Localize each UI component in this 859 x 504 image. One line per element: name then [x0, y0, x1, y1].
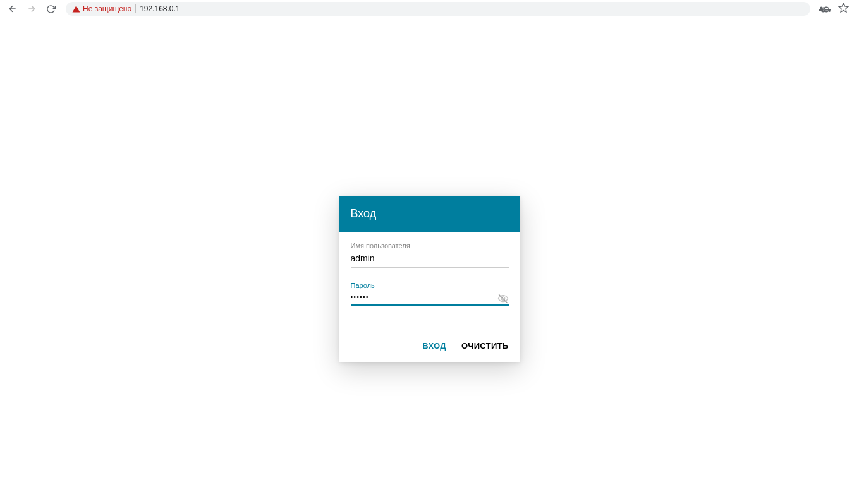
reload-button[interactable] [43, 1, 58, 16]
warning-icon [72, 5, 80, 13]
card-title: Вход [339, 196, 520, 232]
password-label: Пароль [351, 282, 509, 289]
svg-marker-4 [839, 3, 848, 11]
username-label: Имя пользователя [351, 242, 509, 249]
key-icon[interactable] [818, 2, 832, 16]
address-bar[interactable]: Не защищено 192.168.0.1 [66, 2, 810, 16]
not-secure-label: Не защищено [83, 4, 131, 13]
browser-toolbar: Не защищено 192.168.0.1 [0, 0, 859, 18]
card-body: Имя пользователя Пароль •••••• [339, 232, 520, 326]
username-input[interactable] [351, 251, 509, 268]
card-actions: ВХОД ОЧИСТИТЬ [339, 326, 520, 362]
divider [135, 4, 136, 13]
svg-rect-3 [829, 9, 831, 12]
password-group: Пароль •••••• [351, 282, 509, 306]
login-button[interactable]: ВХОД [422, 341, 446, 351]
visibility-off-icon[interactable] [497, 293, 509, 307]
back-button[interactable] [5, 1, 20, 16]
password-input[interactable]: •••••• [351, 291, 509, 306]
svg-point-1 [822, 8, 825, 12]
url-text: 192.168.0.1 [140, 4, 180, 13]
toolbar-right [818, 2, 854, 16]
clear-button[interactable]: ОЧИСТИТЬ [461, 341, 509, 351]
not-secure-badge: Не защищено [72, 4, 131, 13]
page-content: Вход Имя пользователя Пароль •••••• ВХОД… [0, 18, 859, 504]
star-icon[interactable] [838, 3, 849, 16]
forward-button[interactable] [24, 1, 39, 16]
username-group: Имя пользователя [351, 242, 509, 268]
login-card: Вход Имя пользователя Пароль •••••• ВХОД… [339, 196, 520, 362]
